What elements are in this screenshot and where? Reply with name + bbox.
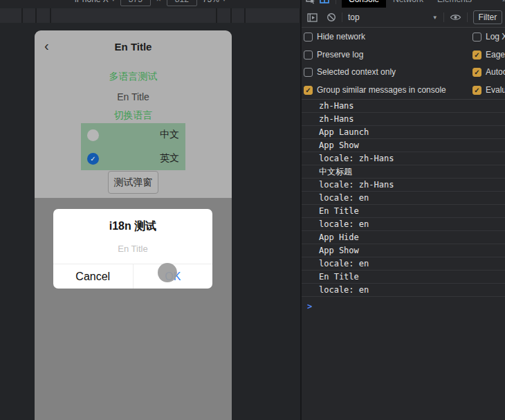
checkbox-label: Selected context only	[317, 67, 396, 77]
log-row[interactable]: App Show	[302, 244, 505, 257]
console-settings: Hide network Preserve log Selected conte…	[302, 28, 505, 100]
toolbar-segment	[37, 8, 50, 23]
radio-checked-icon[interactable]: ✓	[87, 153, 99, 165]
checkbox-evaluate-user-activation[interactable]: ✓ Evaluate triggers user activation	[472, 85, 505, 95]
checkbox-label: Preserve log	[317, 50, 363, 60]
tab-network[interactable]: Network	[386, 0, 430, 8]
log-row[interactable]: zh-Hans	[302, 100, 505, 113]
toolbar-segment	[232, 8, 244, 23]
modal-dialog: i18n 测试 En Title Cancel OK	[53, 209, 212, 289]
checkbox-checked-icon[interactable]: ✓	[472, 51, 481, 60]
checkbox-selected-context-only[interactable]: Selected context only	[304, 67, 396, 77]
log-row[interactable]: locale: zh-Hans	[302, 179, 505, 192]
phone-screen: ‹ En Title 多语言测试 En Title 切换语言 中文 ✓ 英文	[35, 30, 232, 420]
radio-label: 中文	[160, 129, 179, 141]
checkbox-checked-icon[interactable]: ✓	[472, 68, 481, 77]
log-row[interactable]: locale: en	[302, 284, 505, 297]
checkbox-icon[interactable]	[472, 33, 481, 42]
log-row[interactable]: locale: en	[302, 192, 505, 205]
checkbox-preserve-log[interactable]: Preserve log	[304, 50, 363, 60]
checkbox-log-xhr[interactable]: Log XMLHttpRequests	[472, 32, 505, 42]
radio-label: 英文	[160, 152, 179, 165]
device-select[interactable]: iPhone X ▾	[75, 0, 115, 4]
test-modal-button[interactable]: 测试弹窗	[108, 171, 158, 194]
checkbox-label: Evaluate triggers user activation	[486, 85, 505, 95]
log-row[interactable]: En Title	[302, 205, 505, 218]
toolbar-segment	[0, 8, 21, 23]
checkbox-eager-evaluation[interactable]: ✓ Eager evaluation	[472, 50, 505, 60]
device-toolbar-icon[interactable]	[320, 0, 330, 4]
checkbox-checked-icon[interactable]: ✓	[472, 86, 481, 95]
checkbox-checked-icon[interactable]: ✓	[304, 86, 313, 95]
device-height-input[interactable]: 812	[167, 0, 197, 6]
toolbar-segment	[51, 8, 216, 23]
log-row[interactable]: App Launch	[302, 126, 505, 139]
toolbar-segment	[246, 8, 300, 23]
console-prompt[interactable]: >	[302, 297, 505, 311]
log-row[interactable]: locale: en	[302, 257, 505, 271]
clear-console-icon[interactable]	[327, 12, 336, 22]
divider	[443, 12, 444, 22]
log-row[interactable]: locale: zh-Hans	[302, 152, 505, 165]
log-row[interactable]: En Title	[302, 271, 505, 284]
screenshot-root: iPhone X ▾ 375 × 812 75% ▾ ⋮	[0, 0, 505, 420]
heading-zh: 多语言测试	[35, 71, 232, 83]
dimensions-separator: ×	[156, 0, 161, 4]
checkbox-label: Autocomplete from history	[486, 67, 505, 77]
switch-language-label: 切换语言	[35, 109, 232, 122]
filter-input[interactable]: Filter	[473, 10, 503, 24]
divider	[467, 12, 468, 22]
checkbox-icon[interactable]	[304, 51, 313, 60]
context-selector[interactable]: top	[348, 12, 360, 22]
cancel-button[interactable]: Cancel	[53, 264, 133, 289]
devtools-pane: Console Network Elements » top ▼ Filter	[300, 0, 505, 420]
more-tabs-icon[interactable]: »	[495, 0, 505, 8]
radio-option-en[interactable]: ✓ 英文	[81, 147, 185, 170]
live-expression-eye-icon[interactable]	[450, 13, 461, 21]
divider	[342, 12, 342, 22]
toolbar-segment	[217, 8, 230, 23]
device-emulator-pane: iPhone X ▾ 375 × 812 75% ▾ ⋮	[0, 0, 300, 420]
more-options-icon[interactable]: ⋮	[283, 7, 292, 8]
checkbox-group-similar[interactable]: ✓ Group similar messages in console	[304, 85, 446, 95]
app-page: ‹ En Title 多语言测试 En Title 切换语言 中文 ✓ 英文	[35, 30, 232, 198]
console-log-list: zh-Hans zh-Hans App Launch App Show loca…	[302, 100, 505, 311]
chevron-down-icon: ▾	[112, 0, 115, 3]
devtools-tabbar: Console Network Elements »	[302, 0, 505, 8]
zoom-select[interactable]: 75% ▾	[203, 0, 226, 4]
chevron-down-icon: ▾	[223, 0, 226, 3]
radio-option-zh[interactable]: 中文	[81, 123, 185, 147]
checkbox-autocomplete-history[interactable]: ✓ Autocomplete from history	[472, 67, 505, 77]
checkbox-icon[interactable]	[304, 68, 313, 77]
log-row[interactable]: locale: en	[302, 218, 505, 231]
log-row[interactable]: 中文标题	[302, 165, 505, 179]
checkbox-label: Hide network	[317, 32, 365, 42]
console-sidebar-icon[interactable]	[307, 13, 318, 22]
page-title: En Title	[35, 41, 232, 53]
language-radio-group: 中文 ✓ 英文	[81, 123, 185, 170]
console-toolbar: top ▼ Filter	[302, 8, 505, 28]
divider	[336, 0, 336, 4]
dialog-buttons: Cancel OK	[53, 264, 212, 289]
heading-en: En Title	[35, 91, 232, 102]
dialog-title: i18n 测试	[53, 219, 212, 234]
log-row[interactable]: App Hide	[302, 231, 505, 244]
checkbox-hide-network[interactable]: Hide network	[304, 32, 365, 42]
device-toolbar: iPhone X ▾ 375 × 812 75% ▾ ⋮	[0, 0, 300, 8]
app-navbar: ‹ En Title	[35, 30, 232, 62]
dialog-message: En Title	[53, 244, 212, 254]
device-width-input[interactable]: 375	[120, 0, 151, 6]
toolbar-segment	[23, 8, 35, 23]
inspect-element-icon[interactable]	[306, 0, 315, 4]
touch-cursor-icon	[158, 263, 177, 282]
checkbox-label: Eager evaluation	[486, 50, 505, 60]
tab-elements[interactable]: Elements	[430, 0, 479, 8]
radio-unchecked-icon[interactable]	[87, 129, 99, 141]
checkbox-label: Log XMLHttpRequests	[486, 32, 505, 42]
log-row[interactable]: App Show	[302, 139, 505, 152]
log-row[interactable]: zh-Hans	[302, 113, 505, 126]
zoom-select-label: 75%	[203, 0, 219, 4]
chevron-down-icon[interactable]: ▼	[432, 15, 438, 21]
checkbox-icon[interactable]	[304, 33, 313, 42]
tab-console[interactable]: Console	[342, 0, 386, 8]
